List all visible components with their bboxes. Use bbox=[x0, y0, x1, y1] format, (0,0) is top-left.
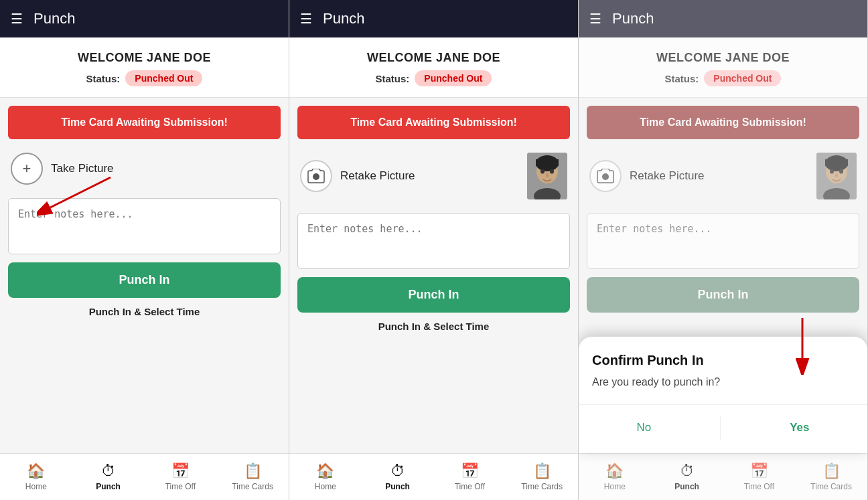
picture-row-1: + Take Picture bbox=[8, 147, 281, 190]
face-thumbnail-3 bbox=[816, 153, 857, 199]
punch-label-2: Punch bbox=[385, 482, 410, 491]
alert-banner-3[interactable]: Time Card Awaiting Submission! bbox=[587, 106, 859, 139]
status-row-2: Status: Punched Out bbox=[300, 70, 567, 86]
panel-3: ☰ Punch WELCOME JANE DOE Status: Punched… bbox=[579, 0, 868, 500]
app-title-1: Punch bbox=[33, 10, 75, 27]
status-row-1: Status: Punched Out bbox=[11, 70, 278, 86]
nav-home-2[interactable]: 🏠 Home bbox=[289, 454, 362, 500]
header-1: ☰ Punch bbox=[0, 0, 289, 37]
take-picture-label-1: Take Picture bbox=[51, 162, 114, 175]
confirm-dialog-3: Confirm Punch In Are you ready to punch … bbox=[579, 337, 867, 453]
confirm-no-button-3[interactable]: No bbox=[616, 416, 671, 440]
timecards-label-3: Time Cards bbox=[810, 482, 852, 491]
menu-icon-1[interactable]: ☰ bbox=[11, 11, 23, 27]
punch-label-1: Punch bbox=[96, 482, 121, 491]
bottom-nav-1: 🏠 Home ⏱ Punch 📅 Time Off 📋 Time Cards bbox=[0, 453, 289, 500]
menu-icon-3[interactable]: ☰ bbox=[589, 11, 601, 27]
notes-input-2[interactable] bbox=[297, 213, 570, 269]
notes-input-3[interactable] bbox=[587, 213, 859, 269]
punch-in-button-1[interactable]: Punch In bbox=[8, 262, 281, 298]
welcome-section-2: WELCOME JANE DOE Status: Punched Out bbox=[289, 37, 578, 98]
home-icon-2: 🏠 bbox=[316, 463, 334, 480]
timecards-icon-2: 📋 bbox=[533, 463, 551, 480]
confirm-title-3: Confirm Punch In bbox=[592, 353, 854, 368]
menu-icon-2[interactable]: ☰ bbox=[300, 11, 312, 27]
confirm-btn-divider-3 bbox=[720, 416, 721, 440]
timecards-icon-3: 📋 bbox=[822, 463, 841, 480]
status-label-3: Status: bbox=[665, 73, 699, 84]
retake-picture-button-3[interactable] bbox=[589, 160, 622, 192]
svg-point-7 bbox=[550, 169, 554, 174]
welcome-name-3: WELCOME JANE DOE bbox=[589, 51, 857, 65]
home-icon-3: 🏠 bbox=[605, 463, 624, 480]
retake-picture-button-2[interactable] bbox=[300, 160, 332, 192]
punch-select-time-2[interactable]: Punch In & Select Time bbox=[297, 321, 570, 337]
app-title-2: Punch bbox=[323, 10, 364, 27]
svg-point-15 bbox=[839, 169, 843, 174]
picture-action-2: Retake Picture bbox=[300, 160, 415, 192]
nav-punch-3[interactable]: ⏱ Punch bbox=[651, 454, 723, 500]
alert-banner-2[interactable]: Time Card Awaiting Submission! bbox=[297, 106, 570, 139]
bottom-nav-3: 🏠 Home ⏱ Punch 📅 Time Off 📋 Time Cards bbox=[579, 453, 867, 500]
app-title-3: Punch bbox=[612, 10, 654, 27]
punch-icon-1: ⏱ bbox=[101, 463, 116, 480]
timecards-icon-1: 📋 bbox=[244, 463, 262, 480]
nav-timeoff-1[interactable]: 📅 Time Off bbox=[145, 454, 217, 500]
alert-banner-1[interactable]: Time Card Awaiting Submission! bbox=[8, 106, 281, 139]
panel-1: ☰ Punch WELCOME JANE DOE Status: Punched… bbox=[0, 0, 289, 500]
nav-timecards-2[interactable]: 📋 Time Cards bbox=[506, 454, 578, 500]
nav-punch-1[interactable]: ⏱ Punch bbox=[72, 454, 145, 500]
camera-svg-3 bbox=[597, 169, 614, 183]
confirm-buttons-3: No Yes bbox=[592, 416, 854, 440]
timecards-label-1: Time Cards bbox=[232, 482, 273, 491]
status-badge-2: Punched Out bbox=[415, 70, 492, 86]
status-badge-3: Punched Out bbox=[704, 70, 781, 86]
nav-home-1[interactable]: 🏠 Home bbox=[0, 454, 72, 500]
welcome-section-1: WELCOME JANE DOE Status: Punched Out bbox=[0, 37, 289, 98]
bottom-nav-2: 🏠 Home ⏱ Punch 📅 Time Off 📋 Time Cards bbox=[289, 453, 578, 500]
status-badge-1: Punched Out bbox=[125, 70, 202, 86]
content-area-2: Retake Picture bbox=[289, 147, 578, 453]
picture-action-1: + Take Picture bbox=[11, 153, 114, 185]
nav-punch-2[interactable]: ⏱ Punch bbox=[362, 454, 434, 500]
retake-picture-label-3: Retake Picture bbox=[630, 169, 705, 183]
home-label-1: Home bbox=[25, 482, 47, 491]
nav-home-3[interactable]: 🏠 Home bbox=[579, 454, 651, 500]
punch-select-time-1[interactable]: Punch In & Select Time bbox=[8, 306, 281, 323]
home-label-3: Home bbox=[604, 482, 626, 491]
welcome-section-3: WELCOME JANE DOE Status: Punched Out bbox=[579, 37, 867, 98]
svg-rect-13 bbox=[825, 159, 848, 166]
panel-2: ☰ Punch WELCOME JANE DOE Status: Punched… bbox=[289, 0, 579, 500]
confirm-divider-3 bbox=[579, 404, 867, 405]
face-svg-2 bbox=[527, 153, 567, 199]
punch-icon-3: ⏱ bbox=[680, 463, 695, 480]
picture-action-3: Retake Picture bbox=[589, 160, 705, 192]
notes-input-1[interactable] bbox=[8, 198, 281, 254]
punch-in-button-2[interactable]: Punch In bbox=[297, 277, 570, 313]
svg-point-16 bbox=[835, 173, 838, 177]
status-row-3: Status: Punched Out bbox=[589, 70, 857, 86]
status-label-1: Status: bbox=[86, 73, 121, 84]
svg-point-14 bbox=[830, 169, 834, 174]
home-label-2: Home bbox=[315, 482, 336, 491]
nav-timeoff-2[interactable]: 📅 Time Off bbox=[434, 454, 506, 500]
take-picture-button-1[interactable]: + bbox=[11, 153, 43, 185]
timeoff-icon-1: 📅 bbox=[171, 463, 190, 480]
timeoff-icon-2: 📅 bbox=[461, 463, 479, 480]
timeoff-label-1: Time Off bbox=[165, 482, 196, 491]
punch-in-button-3[interactable]: Punch In bbox=[587, 277, 859, 313]
picture-row-2: Retake Picture bbox=[297, 147, 570, 205]
content-area-1: + Take Picture Punch In Punch In & Selec… bbox=[0, 147, 289, 453]
timecards-label-2: Time Cards bbox=[521, 482, 563, 491]
nav-timeoff-3[interactable]: 📅 Time Off bbox=[723, 454, 796, 500]
welcome-name-2: WELCOME JANE DOE bbox=[300, 51, 567, 65]
svg-point-8 bbox=[546, 173, 549, 177]
face-thumbnail-2 bbox=[527, 153, 567, 199]
retake-picture-label-2: Retake Picture bbox=[340, 169, 415, 183]
nav-timecards-1[interactable]: 📋 Time Cards bbox=[216, 454, 289, 500]
confirm-yes-button-3[interactable]: Yes bbox=[770, 416, 829, 440]
status-label-2: Status: bbox=[376, 73, 410, 84]
header-3: ☰ Punch bbox=[579, 0, 867, 37]
punch-label-3: Punch bbox=[674, 482, 699, 491]
nav-timecards-3[interactable]: 📋 Time Cards bbox=[795, 454, 867, 500]
